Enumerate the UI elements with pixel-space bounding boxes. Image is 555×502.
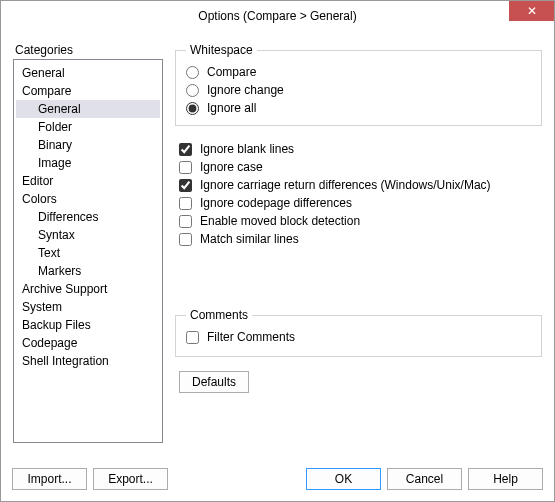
tree-item[interactable]: General: [16, 100, 160, 118]
close-icon: ✕: [527, 5, 537, 17]
tree-item[interactable]: Image: [16, 154, 160, 172]
export-button[interactable]: Export...: [93, 468, 168, 490]
categories-label: Categories: [15, 43, 163, 57]
compare-options: Ignore blank linesIgnore caseIgnore carr…: [179, 140, 542, 248]
tree-item[interactable]: Markers: [16, 262, 160, 280]
tree-item[interactable]: Binary: [16, 136, 160, 154]
whitespace-radio-label[interactable]: Ignore change: [207, 82, 284, 98]
option-checkbox[interactable]: [179, 215, 192, 228]
option-row: Enable moved block detection: [179, 212, 542, 230]
option-row: Ignore case: [179, 158, 542, 176]
tree-item[interactable]: General: [16, 64, 160, 82]
option-checkbox[interactable]: [179, 197, 192, 210]
window-title: Options (Compare > General): [198, 9, 356, 23]
dialog-buttons: Import... Export... OK Cancel Help: [12, 468, 543, 490]
tree-item[interactable]: Archive Support: [16, 280, 160, 298]
cancel-button[interactable]: Cancel: [387, 468, 462, 490]
whitespace-radio[interactable]: [186, 84, 199, 97]
help-button[interactable]: Help: [468, 468, 543, 490]
defaults-button[interactable]: Defaults: [179, 371, 249, 393]
option-label[interactable]: Ignore case: [200, 159, 263, 175]
tree-item[interactable]: Codepage: [16, 334, 160, 352]
tree-item[interactable]: Compare: [16, 82, 160, 100]
option-label[interactable]: Enable moved block detection: [200, 213, 360, 229]
tree-item[interactable]: Syntax: [16, 226, 160, 244]
filter-comments-checkbox[interactable]: [186, 331, 199, 344]
option-checkbox[interactable]: [179, 179, 192, 192]
comments-legend: Comments: [186, 308, 252, 322]
sidebar: Categories GeneralCompareGeneralFolderBi…: [13, 39, 163, 447]
whitespace-radio-label[interactable]: Ignore all: [207, 100, 256, 116]
titlebar: Options (Compare > General) ✕: [1, 1, 554, 31]
tree-item[interactable]: Backup Files: [16, 316, 160, 334]
option-checkbox[interactable]: [179, 161, 192, 174]
tree-item[interactable]: Folder: [16, 118, 160, 136]
option-label[interactable]: Match similar lines: [200, 231, 299, 247]
close-button[interactable]: ✕: [509, 1, 554, 21]
option-label[interactable]: Ignore carriage return differences (Wind…: [200, 177, 491, 193]
option-checkbox[interactable]: [179, 233, 192, 246]
ok-button[interactable]: OK: [306, 468, 381, 490]
tree-item[interactable]: Differences: [16, 208, 160, 226]
categories-tree[interactable]: GeneralCompareGeneralFolderBinaryImageEd…: [13, 59, 163, 443]
option-label[interactable]: Ignore blank lines: [200, 141, 294, 157]
whitespace-group: Whitespace CompareIgnore changeIgnore al…: [175, 43, 542, 126]
option-row: Ignore codepage differences: [179, 194, 542, 212]
import-button[interactable]: Import...: [12, 468, 87, 490]
main-panel: Whitespace CompareIgnore changeIgnore al…: [175, 39, 542, 447]
option-label[interactable]: Ignore codepage differences: [200, 195, 352, 211]
option-row: Ignore carriage return differences (Wind…: [179, 176, 542, 194]
whitespace-radio[interactable]: [186, 66, 199, 79]
option-row: Match similar lines: [179, 230, 542, 248]
whitespace-legend: Whitespace: [186, 43, 257, 57]
whitespace-option: Ignore change: [186, 81, 531, 99]
tree-item[interactable]: Text: [16, 244, 160, 262]
tree-item[interactable]: Colors: [16, 190, 160, 208]
filter-comments-label[interactable]: Filter Comments: [207, 329, 295, 345]
comments-group: Comments Filter Comments: [175, 308, 542, 357]
option-row: Ignore blank lines: [179, 140, 542, 158]
tree-item[interactable]: System: [16, 298, 160, 316]
whitespace-option: Compare: [186, 63, 531, 81]
filter-comments-row: Filter Comments: [186, 328, 531, 346]
tree-item[interactable]: Shell Integration: [16, 352, 160, 370]
whitespace-option: Ignore all: [186, 99, 531, 117]
whitespace-radio[interactable]: [186, 102, 199, 115]
tree-item[interactable]: Editor: [16, 172, 160, 190]
option-checkbox[interactable]: [179, 143, 192, 156]
whitespace-radio-label[interactable]: Compare: [207, 64, 256, 80]
